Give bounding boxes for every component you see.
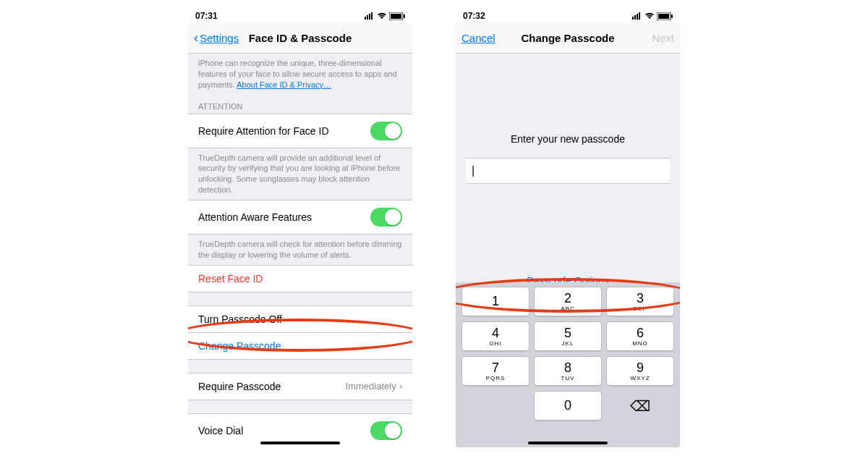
key-2[interactable]: 2ABC — [534, 287, 602, 317]
key-6[interactable]: 6MNO — [606, 321, 674, 352]
key-5[interactable]: 5JKL — [534, 321, 602, 352]
battery-icon — [389, 12, 405, 20]
signal-icon — [365, 12, 375, 20]
chevron-left-icon: ‹ — [194, 30, 198, 46]
signal-icon — [632, 12, 642, 20]
back-button[interactable]: ‹ Settings — [194, 30, 239, 46]
phone-change-passcode: 07:32 Cancel Change Passcode Next Enter … — [456, 9, 680, 447]
wifi-icon — [377, 12, 387, 20]
wifi-icon — [644, 12, 655, 20]
status-icons — [632, 12, 673, 20]
passcode-input[interactable] — [466, 158, 670, 184]
toggle-switch-on[interactable] — [370, 208, 402, 227]
svg-rect-7 — [632, 17, 634, 20]
svg-rect-8 — [634, 15, 636, 20]
svg-rect-5 — [391, 14, 401, 19]
svg-rect-13 — [671, 14, 673, 18]
svg-rect-1 — [367, 15, 368, 20]
key-0[interactable]: 0 — [534, 391, 602, 421]
cell-label: Voice Dial — [198, 425, 243, 436]
home-indicator[interactable] — [260, 442, 340, 444]
status-time: 07:32 — [463, 11, 485, 21]
require-passcode-value: Immediately — [346, 381, 396, 392]
attention-header: Attention — [188, 95, 412, 114]
reset-faceid-button[interactable]: Reset Face ID — [188, 265, 412, 292]
next-button[interactable]: Next — [652, 32, 674, 44]
require-attention-desc: TrueDepth camera will provide an additio… — [188, 148, 412, 200]
require-attention-cell[interactable]: Require Attention for Face ID — [188, 114, 412, 148]
numeric-keypad: 1 2ABC 3DEF 4GHI 5JKL 6MNO 7PQRS 8TUV 9W… — [456, 282, 680, 447]
cancel-button[interactable]: Cancel — [461, 32, 495, 44]
nav-title: Face ID & Passcode — [249, 32, 352, 44]
attention-aware-cell[interactable]: Attention Aware Features — [188, 200, 412, 235]
key-4[interactable]: 4GHI — [461, 321, 529, 352]
key-1[interactable]: 1 — [461, 287, 529, 317]
backspace-key[interactable]: ⌫ — [606, 391, 674, 421]
turn-passcode-off[interactable]: Turn Passcode Off — [188, 305, 412, 333]
key-7[interactable]: 7PQRS — [461, 356, 529, 387]
status-bar: 07:32 — [456, 9, 680, 23]
status-bar: 07:31 — [188, 9, 412, 23]
passcode-prompt: Enter your new passcode — [456, 54, 680, 145]
require-passcode-cell[interactable]: Require Passcode Immediately › — [188, 373, 412, 400]
svg-rect-10 — [639, 12, 640, 20]
attention-aware-desc: TrueDepth camera will check for attentio… — [188, 235, 412, 265]
svg-rect-3 — [371, 12, 373, 20]
key-3[interactable]: 3DEF — [606, 287, 674, 317]
status-icons — [365, 12, 405, 20]
change-passcode-button[interactable]: Change Passcode — [188, 333, 412, 360]
svg-rect-2 — [369, 14, 370, 20]
key-9[interactable]: 9WXYZ — [606, 356, 674, 387]
chevron-right-icon: › — [399, 381, 402, 392]
home-indicator[interactable] — [528, 442, 608, 444]
toggle-switch-on[interactable] — [370, 122, 402, 140]
phone-settings: 07:31 ‹ Settings Face ID & Passcode iPho… — [188, 9, 412, 447]
about-faceid-link[interactable]: About Face ID & Privacy… — [237, 80, 331, 89]
nav-title: Change Passcode — [521, 32, 614, 44]
svg-rect-6 — [404, 14, 405, 18]
nav-bar: Cancel Change Passcode Next — [456, 23, 680, 54]
status-time: 07:31 — [195, 11, 218, 21]
back-label: Settings — [200, 32, 239, 44]
battery-icon — [657, 12, 673, 20]
cell-label: Require Attention for Face ID — [198, 125, 329, 137]
svg-rect-12 — [658, 14, 669, 19]
intro-description: iPhone can recognize the unique, three-d… — [188, 54, 412, 95]
svg-rect-0 — [365, 17, 366, 20]
nav-bar: ‹ Settings Face ID & Passcode — [188, 23, 412, 54]
cell-label: Require Passcode — [198, 381, 281, 392]
key-8[interactable]: 8TUV — [534, 356, 602, 387]
svg-rect-9 — [637, 14, 638, 20]
toggle-switch-on[interactable] — [370, 421, 402, 440]
cell-label: Attention Aware Features — [198, 211, 312, 223]
